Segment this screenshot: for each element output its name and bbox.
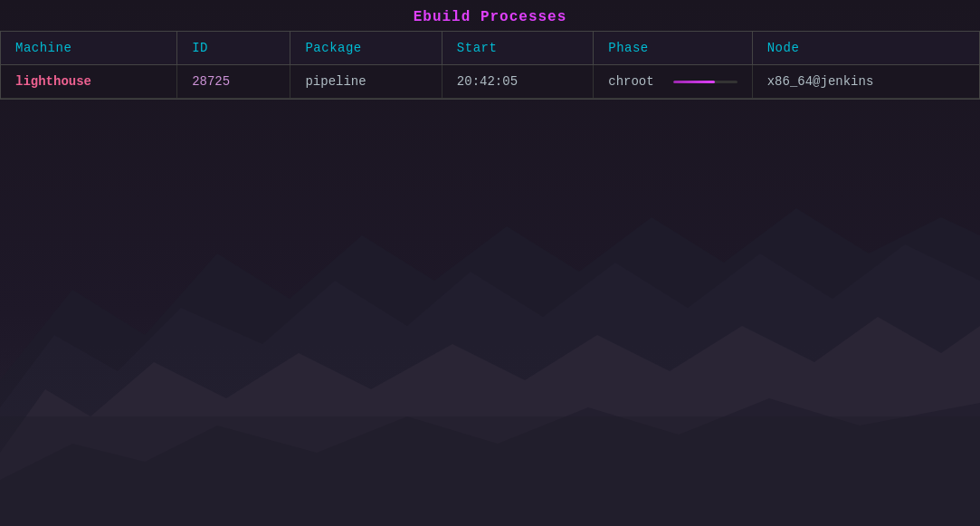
cell-start-0: 20:42:05 (442, 65, 593, 99)
table-header-row: Machine ID Package Start Phase Node (1, 32, 979, 65)
cell-package-0: pipeline (290, 65, 442, 99)
progress-bar-container-0 (673, 81, 737, 83)
phase-label-0: chroot (608, 74, 662, 89)
page-title: Ebuild Processes (0, 0, 980, 31)
cell-machine-0: lighthouse (1, 65, 177, 99)
col-phase: Phase (594, 32, 752, 65)
col-id: ID (177, 32, 290, 65)
col-package: Package (290, 32, 442, 65)
processes-table-wrapper: Machine ID Package Start Phase Node ligh… (0, 31, 980, 100)
cell-phase-0: chroot (594, 65, 752, 99)
cell-node-0: x86_64@jenkins (752, 65, 979, 99)
col-node: Node (752, 32, 979, 65)
table-row: lighthouse 28725 pipeline 20:42:05 chroo… (1, 65, 979, 99)
progress-bar-fill-0 (673, 81, 715, 83)
cell-id-0: 28725 (177, 65, 290, 99)
col-machine: Machine (1, 32, 177, 65)
processes-table: Machine ID Package Start Phase Node ligh… (1, 32, 979, 99)
col-start: Start (442, 32, 593, 65)
svg-rect-6 (0, 416, 980, 526)
